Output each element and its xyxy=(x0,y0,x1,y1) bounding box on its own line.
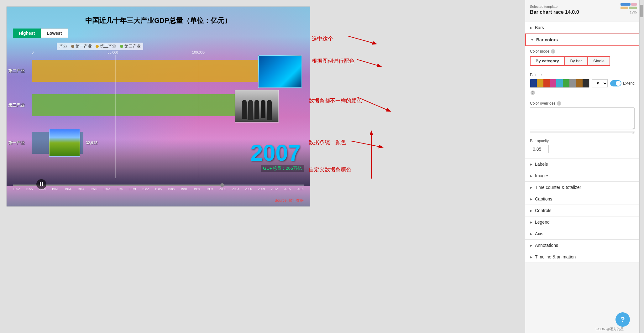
chart-thumb-tech xyxy=(258,55,302,88)
controls-label: Controls xyxy=(535,208,551,213)
legend-label: 产业 xyxy=(59,44,67,49)
annotations-section[interactable]: ▶ Annotations xyxy=(525,240,639,251)
grid-label-50k: 50,000 xyxy=(107,50,118,54)
source-text: Source: 聚汇数据 xyxy=(275,198,304,203)
bars-section[interactable]: ▶ Bars xyxy=(525,22,639,34)
timeline-animation-section[interactable]: ▶ Timeline & animation xyxy=(525,251,639,263)
time-counter-section[interactable]: ▶ Time counter & totalizer xyxy=(525,182,639,193)
bars-chevron: ▶ xyxy=(530,26,532,29)
help-button[interactable]: ? xyxy=(615,312,630,327)
palette-colors[interactable] xyxy=(530,79,589,88)
chart-thumb-field xyxy=(49,129,80,157)
legend-section[interactable]: ▶ Legend xyxy=(525,216,639,228)
color-mode-by-bar[interactable]: By bar xyxy=(564,56,588,66)
play-pause-button[interactable] xyxy=(36,179,46,189)
images-label: Images xyxy=(535,173,549,178)
legend-item-第二产业: 第二产业 xyxy=(96,44,116,49)
bar-opacity-label: Bar opacity xyxy=(530,139,635,143)
bar-colors-chevron: ▼ xyxy=(531,38,534,42)
chart-area: 中国近几十年三大产业GDP总量（单位：亿元） Highest Lowest 产业… xyxy=(0,0,525,333)
scrollbar[interactable] xyxy=(639,0,644,333)
filter-buttons: Highest Lowest xyxy=(13,29,68,38)
extend-toggle-switch[interactable] xyxy=(610,80,621,86)
chart-container: 中国近几十年三大产业GDP总量（单位：亿元） Highest Lowest 产业… xyxy=(6,6,310,207)
year-display: 2007 xyxy=(250,140,301,166)
grid-label-100k: 100,000 xyxy=(192,50,205,54)
labels-label: Labels xyxy=(535,162,548,167)
palette-dropdown[interactable]: ▼ xyxy=(592,79,608,87)
axis-label: Axis xyxy=(535,231,543,236)
extend-label: Extend xyxy=(623,81,635,86)
color-mode-single[interactable]: Single xyxy=(588,56,610,66)
color-overrides-section: Color overrides i ⊿ xyxy=(525,98,639,136)
scrollbar-thumb[interactable] xyxy=(640,5,643,17)
chart-legend: 产业 第一产业 第二产业 第三产业 xyxy=(57,43,143,50)
palette-row: ▼ Extend xyxy=(530,79,635,88)
grid-labels: 0 50,000 100,000 xyxy=(32,50,304,54)
timeline: 1952195519581961196419671970197319761979… xyxy=(13,185,304,191)
bar-opacity-section: Bar opacity 0.85 xyxy=(525,136,639,158)
svg-rect-1 xyxy=(42,182,43,186)
color-overrides-label: Color overrides i xyxy=(530,101,635,106)
annotations-label: Annotations xyxy=(535,243,558,248)
timeline-bar[interactable] xyxy=(13,185,304,186)
color-mode-section: Color mode i By category By bar Single xyxy=(525,46,639,73)
color-mode-by-category[interactable]: By category xyxy=(530,56,564,66)
color-overrides-textarea[interactable] xyxy=(530,107,635,129)
extend-info-icon: ? xyxy=(531,91,535,95)
svg-rect-0 xyxy=(40,182,41,186)
timeline-animation-label: Timeline & animation xyxy=(535,254,576,259)
chart-title: 中国近几十年三大产业GDP总量（单位：亿元） xyxy=(7,16,310,25)
grid-label-0: 0 xyxy=(32,50,34,54)
chart-thumb-women xyxy=(235,90,279,122)
color-mode-info-icon: i xyxy=(551,49,555,54)
highest-button[interactable]: Highest xyxy=(13,29,41,38)
bar-label-第二产业: 第二产业 xyxy=(8,68,24,74)
template-swatches: 1995 xyxy=(620,3,637,14)
extend-toggle-container: Extend xyxy=(610,80,635,86)
selected-template-label: Selected template xyxy=(530,5,635,8)
color-overrides-info: i xyxy=(557,101,561,106)
palette-label: Palette xyxy=(530,73,635,77)
captions-label: Captions xyxy=(535,196,552,201)
labels-section[interactable]: ▶ Labels xyxy=(525,159,639,170)
axis-section[interactable]: ▶ Axis xyxy=(525,228,639,240)
legend-item-第三产业: 第三产业 xyxy=(120,44,141,49)
resize-handle[interactable]: ⊿ xyxy=(530,131,635,133)
bar-label-第三产业: 第三产业 xyxy=(8,102,24,108)
template-name: Bar chart race 14.0.0 xyxy=(530,9,635,15)
timeline-labels: 1952195519581961196419671970197319761979… xyxy=(13,187,304,191)
bar-colors-label: Bar colors xyxy=(536,37,558,42)
legend-label: Legend xyxy=(535,220,550,225)
color-mode-buttons: By category By bar Single xyxy=(530,56,635,66)
palette-section: Palette ▼ xyxy=(525,73,639,98)
csdn-watermark: CSDN @远方的星 xyxy=(596,327,624,331)
captions-section[interactable]: ▶ Captions xyxy=(525,193,639,205)
legend-item-第一产业: 第一产业 xyxy=(71,44,92,49)
gdp-label: GDP总量：265万亿 xyxy=(261,165,304,172)
bar-opacity-value[interactable]: 0.85 xyxy=(530,145,549,153)
bar-colors-section: ▼ Bar colors Color mode i By category By… xyxy=(525,34,639,159)
color-mode-label: Color mode i xyxy=(530,49,635,54)
lowest-button[interactable]: Lowest xyxy=(41,29,68,38)
images-section[interactable]: ▶ Images xyxy=(525,170,639,182)
bars-label: Bars xyxy=(535,25,544,30)
controls-section[interactable]: ▶ Controls xyxy=(525,205,639,216)
panel-header: Selected template Bar chart race 14.0.0 … xyxy=(525,0,639,22)
time-counter-label: Time counter & totalizer xyxy=(535,185,581,190)
right-panel: Selected template Bar chart race 14.0.0 … xyxy=(525,0,639,333)
bar-colors-header[interactable]: ▼ Bar colors xyxy=(525,34,639,46)
